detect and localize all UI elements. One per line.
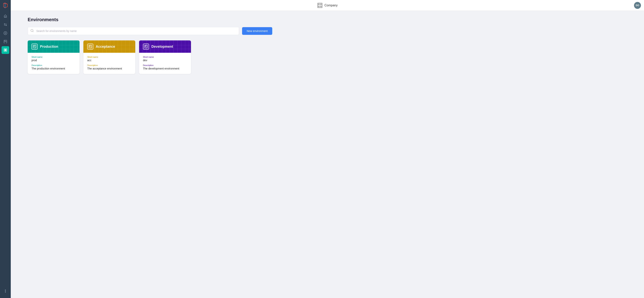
sidebar-item-transfer[interactable] bbox=[2, 21, 9, 29]
description-label: Description bbox=[32, 64, 76, 66]
user-avatar[interactable]: DO bbox=[634, 2, 641, 9]
env-icon bbox=[87, 44, 93, 50]
sidebar-item-home[interactable] bbox=[2, 12, 9, 20]
env-card-name: Acceptance bbox=[96, 45, 115, 49]
env-card-prod[interactable]: Production Short name prod Description T… bbox=[28, 40, 80, 74]
short-name-value: prod bbox=[32, 59, 76, 62]
svg-rect-12 bbox=[320, 4, 322, 5]
sidebar-nav bbox=[0, 11, 11, 54]
env-description-field: Description The production environment bbox=[32, 64, 76, 70]
env-card-name: Production bbox=[40, 45, 58, 49]
svg-rect-11 bbox=[318, 4, 319, 5]
sidebar-item-environments[interactable] bbox=[2, 46, 9, 54]
environments-grid: Production Short name prod Description T… bbox=[28, 40, 638, 74]
svg-point-7 bbox=[5, 290, 6, 290]
env-short-name-field: Short name dev bbox=[143, 56, 187, 62]
main-content: Environments New environment Production bbox=[22, 11, 644, 298]
env-card-dev[interactable]: Development Short name dev Description T… bbox=[139, 40, 191, 74]
company-name: Company bbox=[324, 4, 338, 7]
svg-rect-19 bbox=[90, 46, 90, 46]
sidebar-bottom bbox=[2, 287, 9, 298]
env-card-header: Production bbox=[28, 40, 80, 53]
header-title: Company bbox=[317, 3, 338, 8]
env-card-body: Short name acc Description The acceptanc… bbox=[84, 53, 135, 74]
env-description-field: Description The development environment bbox=[143, 64, 187, 70]
short-name-value: dev bbox=[143, 59, 187, 62]
short-name-value: acc bbox=[87, 59, 132, 62]
svg-point-0 bbox=[4, 32, 7, 35]
svg-point-1 bbox=[5, 33, 6, 34]
logo[interactable] bbox=[0, 0, 11, 11]
description-value: The production environment bbox=[32, 67, 76, 70]
svg-point-9 bbox=[5, 292, 6, 292]
svg-point-8 bbox=[5, 291, 6, 291]
search-container bbox=[28, 27, 239, 35]
short-name-label: Short name bbox=[32, 56, 76, 58]
description-label: Description bbox=[143, 64, 187, 66]
svg-rect-5 bbox=[4, 50, 5, 51]
toolbar: New environment bbox=[28, 27, 638, 35]
env-icon bbox=[143, 44, 149, 50]
search-input[interactable] bbox=[28, 27, 239, 35]
svg-point-15 bbox=[31, 29, 33, 32]
env-description-field: Description The acceptance environment bbox=[87, 64, 132, 70]
sidebar bbox=[0, 0, 11, 298]
svg-rect-4 bbox=[6, 49, 6, 50]
sidebar-item-more[interactable] bbox=[2, 287, 9, 295]
short-name-label: Short name bbox=[143, 56, 187, 58]
env-card-name: Development bbox=[152, 45, 173, 49]
header: Company DO bbox=[11, 0, 644, 11]
svg-rect-14 bbox=[320, 6, 322, 7]
svg-rect-13 bbox=[318, 6, 319, 7]
description-value: The development environment bbox=[143, 67, 187, 70]
svg-rect-21 bbox=[145, 46, 146, 46]
company-icon bbox=[317, 3, 322, 8]
description-label: Description bbox=[87, 64, 132, 66]
new-environment-button[interactable]: New environment bbox=[242, 27, 272, 35]
env-short-name-field: Short name prod bbox=[32, 56, 76, 62]
env-card-header: Development bbox=[139, 40, 191, 53]
env-card-body: Short name dev Description The developme… bbox=[139, 53, 191, 74]
svg-rect-17 bbox=[34, 46, 34, 46]
env-card-acc[interactable]: Acceptance Short name acc Description Th… bbox=[84, 40, 135, 74]
sidebar-item-puzzle[interactable] bbox=[2, 38, 9, 45]
env-icon bbox=[32, 44, 38, 50]
page-title: Environments bbox=[28, 17, 638, 22]
short-name-label: Short name bbox=[87, 56, 132, 58]
search-icon bbox=[30, 29, 34, 33]
sidebar-item-monitor[interactable] bbox=[2, 29, 9, 37]
env-short-name-field: Short name acc bbox=[87, 56, 132, 62]
svg-rect-3 bbox=[4, 49, 5, 50]
env-card-header: Acceptance bbox=[84, 40, 135, 53]
svg-rect-6 bbox=[6, 50, 6, 51]
description-value: The acceptance environment bbox=[87, 67, 132, 70]
env-card-body: Short name prod Description The producti… bbox=[28, 53, 80, 74]
